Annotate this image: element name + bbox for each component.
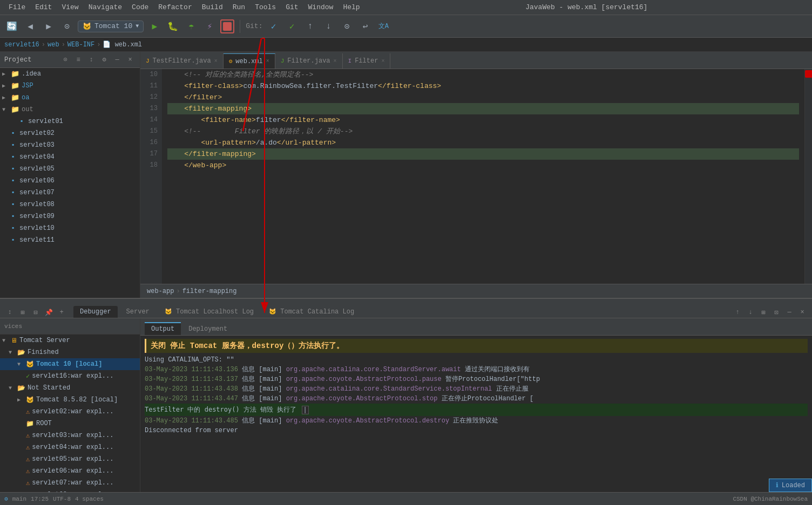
menu-build[interactable]: Build <box>198 2 227 12</box>
panel-tab-server[interactable]: Server <box>120 306 156 318</box>
git-down-btn[interactable]: ↓ <box>321 19 336 34</box>
tree-servlet06[interactable]: ▪ servlet06 <box>0 175 140 187</box>
debug-btn[interactable]: 🐛 <box>165 19 180 34</box>
forward-btn[interactable]: ▶ <box>41 19 56 34</box>
panel-tab-debugger[interactable]: Debugger <box>73 306 118 318</box>
service-servlet06[interactable]: ⚠ servlet06:war expl... <box>0 465 140 477</box>
sidebar-close-btn[interactable]: × <box>125 54 136 65</box>
profile-btn[interactable]: ⚡ <box>202 19 217 34</box>
service-servlet02[interactable]: ⚠ servlet02:war expl... <box>0 406 140 418</box>
panel-tab-catalina[interactable]: 🐱 Tomcat Catalina Log <box>262 306 361 318</box>
sidebar-sort-btn[interactable]: ↕ <box>86 54 97 65</box>
tree-jsp[interactable]: ▶ 📁 JSP <box>0 80 140 92</box>
service-servlet16[interactable]: ✓ servlet16:war expl... <box>0 370 140 382</box>
tab-testfilter[interactable]: J TestFilter.java × <box>140 53 224 69</box>
update-btn[interactable]: 🔄 <box>4 19 19 34</box>
service-servlet07[interactable]: ⚠ servlet07:war expl... <box>0 477 140 489</box>
tab-close-icon[interactable]: × <box>214 58 218 64</box>
translate-btn[interactable]: 文A <box>376 19 391 34</box>
service-servlet03[interactable]: ⚠ servlet03:war expl... <box>0 429 140 441</box>
sidebar-minimize-btn[interactable]: — <box>112 54 123 65</box>
service-servlet04[interactable]: ⚠ servlet04:war expl... <box>0 441 140 453</box>
run-btn[interactable]: ▶ <box>147 19 162 34</box>
java-icon: J <box>146 58 150 64</box>
tree-servlet10[interactable]: ▪ servlet10 <box>0 222 140 234</box>
service-finished[interactable]: ▼ 📂 Finished <box>0 346 140 358</box>
menu-tools[interactable]: Tools <box>251 2 280 12</box>
sidebar-compact-btn[interactable]: ≡ <box>73 54 84 65</box>
tree-servlet04[interactable]: ▪ servlet04 <box>0 151 140 163</box>
panel-pin-btn[interactable]: 📌 <box>43 307 54 318</box>
panel-group-btn[interactable]: ⊞ <box>17 307 28 318</box>
tree-servlet01[interactable]: ▪ servlet01 <box>0 115 140 127</box>
panel-close-btn[interactable]: × <box>797 307 808 318</box>
arrow-icon: ▶ <box>17 397 24 403</box>
service-tomcat-server[interactable]: ▼ 🖥 Tomcat Server <box>0 335 140 346</box>
group-icon: 📂 <box>17 384 25 392</box>
tree-oa[interactable]: ▶ 📁 oa <box>0 92 140 104</box>
console-tab-deployment[interactable]: Deployment <box>182 323 234 335</box>
tree-servlet08[interactable]: ▪ servlet08 <box>0 199 140 210</box>
tree-servlet02[interactable]: ▪ servlet02 <box>0 127 140 139</box>
menu-run[interactable]: Run <box>228 2 249 12</box>
menu-navigate[interactable]: Navigate <box>84 2 126 12</box>
service-servlet05[interactable]: ⚠ servlet05:war expl... <box>0 453 140 465</box>
menu-code[interactable]: Code <box>127 2 153 12</box>
git-history-btn[interactable]: ⊙ <box>339 19 354 34</box>
back-btn[interactable]: ◀ <box>23 19 38 34</box>
breadcrumb-web[interactable]: web <box>48 41 59 49</box>
sidebar-settings-btn[interactable]: ⚙ <box>99 54 110 65</box>
git-push-btn[interactable]: ✓ <box>266 19 281 34</box>
panel-filter-btn[interactable]: ⊟ <box>30 307 41 318</box>
menu-git[interactable]: Git <box>281 2 302 12</box>
folder-icon: 📁 <box>11 105 19 114</box>
tree-servlet11[interactable]: ▪ servlet11 <box>0 234 140 246</box>
panel-maximize-btn[interactable]: ⊡ <box>771 307 782 318</box>
menu-refactor[interactable]: Refactor <box>154 2 196 12</box>
console-tab-output[interactable]: Output <box>145 322 181 335</box>
bc-filtermapping[interactable]: filter-mapping <box>182 288 237 295</box>
panel-copy-btn[interactable]: ⊞ <box>758 307 769 318</box>
sidebar-locate-btn[interactable]: ⊙ <box>60 54 71 65</box>
service-root[interactable]: 📁 ROOT <box>0 418 140 429</box>
panel-down-btn[interactable]: ↓ <box>745 307 756 318</box>
coverage-btn[interactable]: ☂ <box>184 19 199 34</box>
tab-close-icon[interactable]: × <box>266 58 269 64</box>
error-marker <box>805 70 812 78</box>
menu-window[interactable]: Window <box>304 2 338 12</box>
tab-filter[interactable]: J Filter.java × <box>275 53 343 69</box>
tree-servlet05[interactable]: ▪ servlet05 <box>0 163 140 175</box>
tree-out[interactable]: ▼ 📁 out <box>0 104 140 115</box>
panel-tab-localhost[interactable]: 🐱 Tomcat Localhost Log <box>158 306 260 318</box>
menu-help[interactable]: Help <box>339 2 364 12</box>
tree-idea[interactable]: ▶ 📁 .idea <box>0 68 140 80</box>
panel-sort-btn[interactable]: ↕ <box>4 307 15 318</box>
tree-servlet03[interactable]: ▪ servlet03 <box>0 139 140 151</box>
panel-minimize-btn[interactable]: — <box>784 307 795 318</box>
menu-view[interactable]: View <box>57 2 83 12</box>
git-revert-btn[interactable]: ↩ <box>357 19 373 34</box>
menu-file[interactable]: File <box>4 2 30 12</box>
stop-btn[interactable] <box>220 19 234 33</box>
breadcrumb-webinf[interactable]: WEB-INF <box>67 41 94 49</box>
code-content[interactable]: <!-- 对应的全类路径名,全类限定名--> <filter-class>com… <box>162 69 804 284</box>
tree-servlet09[interactable]: ▪ servlet09 <box>0 210 140 222</box>
git-check-btn[interactable]: ✓ <box>284 19 299 34</box>
code-line-13: <filter-mapping> <box>167 103 799 114</box>
panel-add-btn[interactable]: + <box>56 307 67 318</box>
tab-close-icon[interactable]: × <box>381 58 384 64</box>
run-config-selector[interactable]: 🐱 Tomcat 10 ▼ <box>78 21 144 32</box>
bc-webapp[interactable]: web-app <box>147 288 174 295</box>
service-notstarted[interactable]: ▼ 📂 Not Started <box>0 382 140 394</box>
tab-webxml[interactable]: ⚙ web.xml × <box>224 53 275 69</box>
breadcrumb-servlet16[interactable]: servlet16 <box>4 41 39 49</box>
service-tomcat10[interactable]: ▼ 🐱 Tomcat 10 [local] <box>0 358 140 370</box>
git-up-btn[interactable]: ↑ <box>302 19 317 34</box>
service-tomcat882[interactable]: ▶ 🐱 Tomcat 8.5.82 [local] <box>0 394 140 406</box>
menu-edit[interactable]: Edit <box>31 2 56 12</box>
tree-servlet07[interactable]: ▪ servlet07 <box>0 187 140 199</box>
navigate-recent[interactable]: ⊙ <box>59 19 75 34</box>
tab-close-icon[interactable]: × <box>334 58 337 64</box>
panel-up-btn[interactable]: ↑ <box>732 307 743 318</box>
tab-filter-interface[interactable]: I Filter × <box>343 53 391 69</box>
